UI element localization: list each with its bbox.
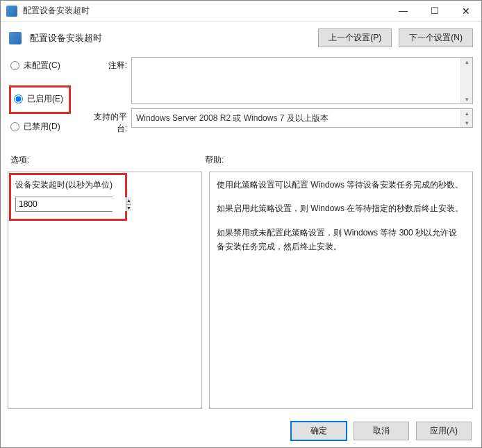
timeout-spinner[interactable]: ▲ ▼ xyxy=(15,197,113,212)
footer: 确定 取消 应用(A) xyxy=(1,416,481,447)
policy-icon xyxy=(9,32,22,44)
help-paragraph-3: 如果禁用或未配置此策略设置，则 Windows 等待 300 秒以允许设备安装任… xyxy=(217,226,465,254)
header-row: 配置设备安装超时 上一个设置(P) 下一个设置(N) xyxy=(1,22,481,51)
radio-column: 未配置(C) 已启用(E) 已禁用(D) xyxy=(9,57,78,139)
titlebar: 配置设备安装超时 — ☐ ✕ xyxy=(1,1,481,22)
radio-disabled-input[interactable] xyxy=(10,122,19,131)
spinner-up-button[interactable]: ▲ xyxy=(126,197,131,205)
radio-disabled[interactable]: 已禁用(D) xyxy=(9,118,78,135)
window-title: 配置设备安装超时 xyxy=(23,5,388,17)
cancel-button[interactable]: 取消 xyxy=(354,422,409,440)
help-panel: 使用此策略设置可以配置 Windows 等待设备安装任务完成的秒数。 如果启用此… xyxy=(209,172,473,409)
app-icon xyxy=(6,6,17,17)
help-paragraph-2: 如果启用此策略设置，则 Windows 在等待指定的秒数后终止安装。 xyxy=(217,201,465,215)
close-button[interactable]: ✕ xyxy=(450,1,481,21)
help-paragraph-1: 使用此策略设置可以配置 Windows 等待设备安装任务完成的秒数。 xyxy=(217,178,465,192)
platform-scrollbar[interactable]: ▴▾ xyxy=(460,109,472,127)
maximize-button[interactable]: ☐ xyxy=(419,1,450,21)
window-controls: — ☐ ✕ xyxy=(388,1,481,21)
radio-enabled-highlight: 已启用(E) xyxy=(9,85,71,114)
fields-column: 注释: ▴▾ 支持的平台: Windows Server 2008 R2 或 W… xyxy=(84,57,473,139)
annotation-row: 注释: ▴▾ xyxy=(84,57,473,104)
config-area: 未配置(C) 已启用(E) 已禁用(D) 注释: ▴▾ 支持的平台: Windo… xyxy=(1,51,481,139)
columns-header: 选项: 帮助: xyxy=(1,139,481,170)
platform-value: Windows Server 2008 R2 或 Windows 7 及以上版本 xyxy=(136,113,329,124)
annotation-textarea[interactable]: ▴▾ xyxy=(131,57,473,104)
radio-enabled[interactable]: 已启用(E) xyxy=(13,90,65,108)
radio-not-configured-label: 未配置(C) xyxy=(24,60,60,72)
ok-button[interactable]: 确定 xyxy=(291,422,347,440)
spinner-down-button[interactable]: ▼ xyxy=(126,205,131,212)
timeout-label: 设备安装超时(以秒为单位) xyxy=(15,179,121,191)
policy-title: 配置设备安装超时 xyxy=(30,32,311,44)
options-header: 选项: xyxy=(10,154,205,166)
spinner-buttons: ▲ ▼ xyxy=(126,197,131,211)
apply-button[interactable]: 应用(A) xyxy=(416,422,472,440)
lower-panes: 设备安装超时(以秒为单位) ▲ ▼ 使用此策略设置可以配置 Windows 等待… xyxy=(1,170,481,416)
options-panel: 设备安装超时(以秒为单位) ▲ ▼ xyxy=(8,172,202,409)
minimize-button[interactable]: — xyxy=(388,1,419,21)
platform-row: 支持的平台: Windows Server 2008 R2 或 Windows … xyxy=(84,108,473,135)
help-header: 帮助: xyxy=(205,154,224,166)
radio-not-configured-input[interactable] xyxy=(10,61,19,70)
annotation-label: 注释: xyxy=(84,57,131,72)
radio-not-configured[interactable]: 未配置(C) xyxy=(9,57,78,74)
next-setting-button[interactable]: 下一个设置(N) xyxy=(399,28,473,47)
radio-enabled-label: 已启用(E) xyxy=(27,93,63,105)
timeout-input[interactable] xyxy=(16,197,126,211)
annotation-scrollbar[interactable]: ▴▾ xyxy=(460,58,472,103)
platform-box: Windows Server 2008 R2 或 Windows 7 及以上版本… xyxy=(131,108,473,128)
radio-enabled-input[interactable] xyxy=(14,94,23,103)
platform-label: 支持的平台: xyxy=(84,108,131,135)
timeout-highlight: 设备安装超时(以秒为单位) ▲ ▼ xyxy=(9,173,127,221)
radio-disabled-label: 已禁用(D) xyxy=(24,121,60,133)
previous-setting-button[interactable]: 上一个设置(P) xyxy=(318,28,392,47)
